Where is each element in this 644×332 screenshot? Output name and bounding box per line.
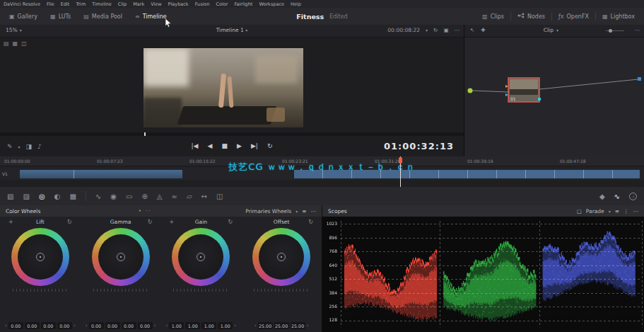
annotate-icon[interactable]: ✎ (7, 143, 13, 150)
gamma-value-b[interactable]: 0.00 (138, 322, 153, 329)
stop-button[interactable]: ■ (221, 142, 228, 149)
hdr-grade-icon[interactable]: ◐ (54, 193, 61, 200)
curves-icon[interactable]: ∿ (95, 193, 101, 200)
node-graph[interactable]: 01 (464, 37, 644, 156)
media-pool-button[interactable]: ▤ Media Pool (77, 8, 129, 25)
scope-expand-icon[interactable]: ▢ (577, 208, 582, 214)
menu-app[interactable]: DaVinci Resolve (4, 1, 40, 7)
lift-value-r[interactable]: 0.00 (25, 322, 40, 329)
keyframes-icon[interactable]: ◆ (599, 193, 605, 200)
chevron-right-icon[interactable]: › (307, 323, 309, 328)
scope-mode-dropdown[interactable]: Parade (586, 208, 604, 214)
lift-adjust-icon[interactable]: + (8, 219, 13, 225)
menu-color[interactable]: Color (216, 1, 228, 7)
scope-more-icon[interactable]: ⋯ (633, 208, 639, 214)
gamma-value-g[interactable]: 0.00 (122, 322, 136, 329)
expand-viewer-icon[interactable]: ▣ (443, 27, 448, 33)
refresh-icon[interactable]: ↻ (433, 27, 438, 33)
chevron-left-icon[interactable]: ‹ (86, 323, 88, 328)
gain-value-y[interactable]: 1.00 (169, 322, 184, 329)
scopes-toggle-icon[interactable]: ∿ (614, 193, 620, 200)
gamma-value-r[interactable]: 0.00 (105, 322, 120, 329)
viewer-more-icon[interactable]: ⋯ (455, 27, 460, 33)
menu-fusion[interactable]: Fusion (195, 1, 210, 7)
gamma-master-slider[interactable] (93, 289, 148, 292)
chevron-left-icon[interactable]: ‹ (166, 323, 168, 328)
gain-reset-icon[interactable]: ↻ (228, 219, 233, 225)
grid-view-icon[interactable]: ▤ (4, 40, 9, 47)
offset-master-slider[interactable] (254, 289, 309, 292)
wheels-more-icon[interactable]: ⋯ (311, 208, 317, 214)
scrub-playhead[interactable] (144, 132, 146, 136)
qualifier-icon[interactable]: ◉ (110, 193, 117, 200)
menu-mark[interactable]: Mark (133, 1, 144, 7)
chevron-right-icon[interactable]: › (154, 323, 156, 328)
pointer-tool-icon[interactable]: ↖ (470, 27, 474, 33)
loop-button[interactable]: ↻ (267, 142, 273, 149)
pan-tool-icon[interactable]: ✚ (481, 27, 485, 33)
openfx-button[interactable]: ƒx OpenFX (552, 8, 595, 25)
menu-help[interactable]: Help (291, 1, 301, 7)
play-reverse-button[interactable]: ◀ (208, 142, 213, 149)
gain-value-r[interactable]: 1.00 (185, 322, 200, 329)
menu-playback[interactable]: Playback (168, 1, 189, 7)
chevron-left-icon[interactable]: ‹ (5, 323, 7, 328)
color-match-icon[interactable]: ▨ (23, 193, 29, 200)
menu-fairlight[interactable]: Fairlight (234, 1, 252, 7)
menu-edit[interactable]: Edit (61, 1, 70, 7)
lift-color-wheel[interactable] (11, 228, 69, 286)
color-wheels-icon[interactable]: ◎ (39, 193, 45, 200)
luts-button[interactable]: ▦ LUTs (44, 8, 77, 25)
gain-value-g[interactable]: 1.00 (201, 322, 216, 329)
camera-raw-icon[interactable]: ▧ (7, 193, 13, 200)
lift-master-slider[interactable] (13, 289, 68, 292)
node-zoom-slider[interactable] (606, 30, 624, 31)
offset-color-wheel[interactable] (252, 228, 310, 286)
gain-value-b[interactable]: 1.00 (218, 322, 233, 329)
sizing-icon[interactable]: ↔ (201, 193, 207, 200)
audio-mute-icon[interactable]: ♪ (37, 143, 42, 150)
wheels-mode-dropdown[interactable]: Primaries Wheels ▾ ≡ ⋯ (245, 208, 316, 214)
chevron-down-icon[interactable]: ▾ (18, 144, 21, 149)
go-to-start-button[interactable]: |◀ (192, 142, 199, 149)
gamma-value-y[interactable]: 0.00 (89, 322, 104, 329)
stereo-icon[interactable]: ◫ (216, 193, 223, 200)
menu-timeline[interactable]: Timeline (92, 1, 112, 7)
menu-view[interactable]: View (151, 1, 161, 7)
gain-adjust-icon[interactable]: + (170, 219, 175, 225)
power-window-icon[interactable]: ▭ (126, 193, 132, 200)
node-mode-dropdown[interactable]: Clip ▾ (544, 27, 558, 33)
chevron-right-icon[interactable]: › (74, 323, 76, 328)
menu-workspace[interactable]: Workspace (259, 1, 284, 7)
lightbox-button[interactable]: ▦ Lightbox (596, 8, 641, 25)
chevron-right-icon[interactable]: › (234, 323, 236, 328)
scope-settings-icon[interactable]: ≡ (615, 208, 619, 214)
go-to-end-button[interactable]: ▶| (251, 142, 258, 149)
lift-value-y[interactable]: 0.00 (8, 322, 23, 329)
lift-value-b[interactable]: 0.00 (57, 322, 72, 329)
menu-trim[interactable]: Trim (76, 1, 86, 7)
lift-reset-icon[interactable]: ↻ (67, 219, 72, 225)
viewer-scrub-bar[interactable] (0, 132, 464, 136)
clip-timecode-dropdown[interactable]: 00:00:08:22 (387, 27, 420, 33)
magic-mask-icon[interactable]: ◬ (157, 193, 163, 200)
menu-file[interactable]: File (47, 1, 54, 7)
wipe-compare-icon[interactable]: ◨ (26, 143, 33, 150)
chevron-left-icon[interactable]: ‹ (254, 323, 257, 328)
offset-value-g[interactable]: 25.00 (274, 322, 289, 329)
node-more-icon[interactable]: ⋯ (635, 27, 640, 33)
scope-options-icon[interactable]: ⋮ (623, 208, 629, 214)
filter-view-icon[interactable]: ◫ (21, 40, 27, 47)
clips-button[interactable]: ▥ Clips (476, 8, 510, 25)
offset-value-b[interactable]: 25.00 (291, 322, 305, 329)
gamma-color-wheel[interactable] (92, 228, 150, 286)
wheels-settings-icon[interactable]: ≡ (302, 208, 306, 214)
gamma-reset-icon[interactable]: ↻ (148, 219, 153, 225)
offset-value-r[interactable]: 25.00 (258, 322, 273, 329)
info-icon[interactable]: i (629, 193, 637, 200)
gain-color-wheel[interactable] (172, 228, 230, 286)
gain-master-slider[interactable] (173, 289, 228, 292)
play-button[interactable]: ▶ (237, 142, 242, 149)
thumb-view-icon[interactable]: ▦ (13, 40, 18, 47)
page-dots[interactable]: • ·· (139, 208, 152, 214)
